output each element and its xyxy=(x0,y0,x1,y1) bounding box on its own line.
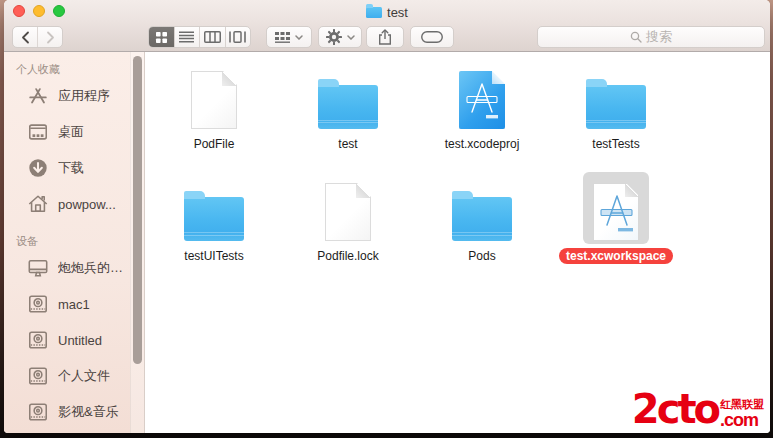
app-store-icon xyxy=(26,84,50,108)
share-button[interactable] xyxy=(366,26,404,48)
file-item-xcworkspace[interactable]: test.xcworkspace xyxy=(549,172,683,284)
watermark-brand: 2cto xyxy=(632,389,718,429)
folder-icon xyxy=(586,85,646,129)
window-title-area: test xyxy=(4,3,770,21)
folder-icon xyxy=(184,197,244,241)
back-button[interactable] xyxy=(13,27,38,47)
file-item-xcodeproj[interactable]: test.xcodeproj xyxy=(415,60,549,172)
share-icon xyxy=(378,29,392,45)
column-view-button[interactable] xyxy=(199,27,225,47)
grid-view-icon xyxy=(155,31,168,44)
sidebar-item-label: 个人文件 xyxy=(58,367,110,385)
coverflow-view-button[interactable] xyxy=(225,27,251,47)
file-item-pods[interactable]: Pods xyxy=(415,172,549,284)
file-label: Pods xyxy=(461,248,502,264)
watermark-tagline: 红黑联盟 xyxy=(720,399,764,410)
sidebar-item-device-2[interactable]: Untitled xyxy=(4,322,144,358)
chevron-down-icon xyxy=(295,35,303,40)
sidebar-item-label: 下载 xyxy=(58,159,84,177)
display-icon xyxy=(26,256,50,280)
search-placeholder: 搜索 xyxy=(646,28,672,46)
sidebar: 个人收藏 应用程序 桌面 下载 xyxy=(4,52,145,433)
gear-icon xyxy=(326,29,342,45)
hard-drive-icon xyxy=(26,292,50,316)
sidebar-item-label: 影视&音乐 xyxy=(58,403,119,421)
hard-drive-icon xyxy=(26,364,50,388)
file-item-testtests[interactable]: testTests xyxy=(549,60,683,172)
file-label: Podfile.lock xyxy=(310,248,385,264)
xcode-workspace-icon xyxy=(593,183,639,241)
finder-window: test xyxy=(4,0,770,433)
sidebar-item-desktop[interactable]: 桌面 xyxy=(4,114,144,150)
view-mode-segmented-control xyxy=(148,26,251,48)
file-label: testTests xyxy=(585,136,646,152)
coverflow-view-icon xyxy=(229,31,246,43)
document-icon xyxy=(191,71,237,129)
window-title: test xyxy=(387,5,408,20)
watermark-domain: .com xyxy=(720,411,758,429)
file-grid: PodFile test xyxy=(147,60,683,284)
folder-icon xyxy=(452,197,512,241)
home-icon xyxy=(26,192,50,216)
folder-icon xyxy=(318,85,378,129)
action-button[interactable] xyxy=(318,26,362,48)
file-label: PodFile xyxy=(187,136,242,152)
grid-view-button[interactable] xyxy=(149,27,174,47)
forward-button[interactable] xyxy=(38,27,62,47)
download-icon xyxy=(26,156,50,180)
search-icon xyxy=(630,31,642,43)
file-label: test.xcodeproj xyxy=(438,136,527,152)
sidebar-section-devices: 设备 xyxy=(4,230,144,250)
sidebar-item-device-0[interactable]: 炮炮兵的… xyxy=(4,250,144,286)
arrange-icon xyxy=(275,32,290,43)
file-label: test xyxy=(331,136,364,152)
list-view-icon xyxy=(179,31,194,43)
sidebar-item-label: Untitled xyxy=(58,333,102,348)
xcode-project-icon xyxy=(459,71,505,129)
sidebar-item-home[interactable]: powpow... xyxy=(4,186,144,222)
file-item-test[interactable]: test xyxy=(281,60,415,172)
desktop-icon xyxy=(26,120,50,144)
file-browser-content: PodFile test xyxy=(145,52,770,433)
watermark-logo: 2cto 红黑联盟 .com xyxy=(632,389,764,429)
back-icon xyxy=(21,31,30,44)
hard-drive-icon xyxy=(26,328,50,352)
sidebar-item-label: 应用程序 xyxy=(58,87,110,105)
file-item-podfile[interactable]: PodFile xyxy=(147,60,281,172)
file-item-podfile-lock[interactable]: Podfile.lock xyxy=(281,172,415,284)
sidebar-item-downloads[interactable]: 下载 xyxy=(4,150,144,186)
sidebar-item-label: 炮炮兵的… xyxy=(58,259,123,277)
sidebar-section-favorites: 个人收藏 xyxy=(4,58,144,78)
hard-drive-icon xyxy=(26,400,50,424)
window-header: test xyxy=(4,0,770,52)
sidebar-item-partial xyxy=(4,430,144,433)
file-label-selected: test.xcworkspace xyxy=(559,248,673,264)
document-icon xyxy=(325,183,371,241)
tag-icon xyxy=(421,31,443,43)
sidebar-item-device-1[interactable]: mac1 xyxy=(4,286,144,322)
forward-icon xyxy=(46,31,55,44)
arrange-button[interactable] xyxy=(266,26,312,48)
selected-icon-highlight xyxy=(583,172,649,244)
chevron-down-icon xyxy=(347,35,355,40)
sidebar-scrollbar-thumb[interactable] xyxy=(133,56,142,364)
nav-buttons xyxy=(12,26,63,48)
column-view-icon xyxy=(204,31,221,43)
display-icon xyxy=(26,430,48,433)
sidebar-item-label: 桌面 xyxy=(58,123,84,141)
sidebar-item-label: mac1 xyxy=(58,297,90,312)
list-view-button[interactable] xyxy=(174,27,200,47)
file-label: testUITests xyxy=(177,248,250,264)
folder-icon xyxy=(366,7,382,18)
search-input[interactable]: 搜索 xyxy=(537,26,765,48)
sidebar-item-device-4[interactable]: 影视&音乐 xyxy=(4,394,144,430)
tag-button[interactable] xyxy=(410,26,454,48)
file-item-testuitests[interactable]: testUITests xyxy=(147,172,281,284)
sidebar-item-label: powpow... xyxy=(58,197,116,212)
sidebar-item-device-3[interactable]: 个人文件 xyxy=(4,358,144,394)
sidebar-item-applications[interactable]: 应用程序 xyxy=(4,78,144,114)
